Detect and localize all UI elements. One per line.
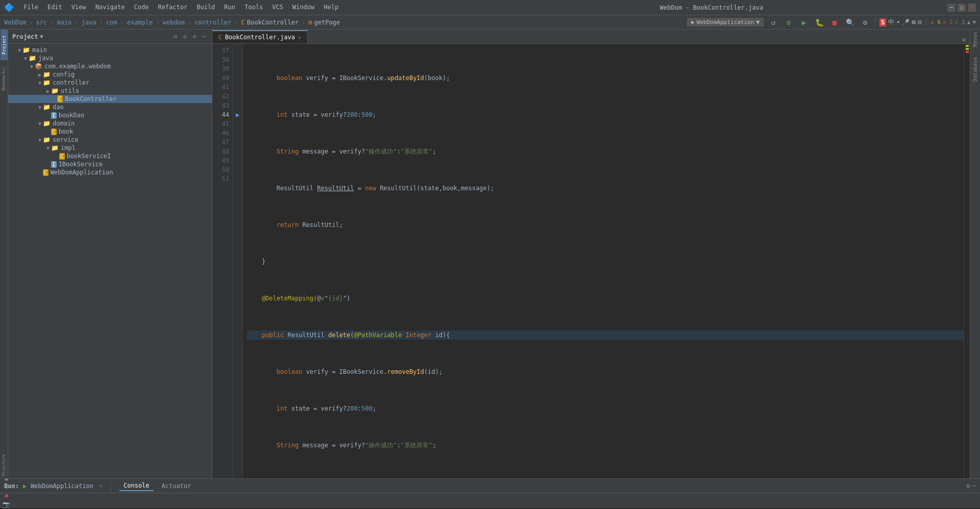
tree-label-book: book (59, 128, 74, 135)
tree-item-domain[interactable]: ▼ 📁 domain (8, 119, 212, 128)
search-button[interactable]: 🔍 (844, 17, 855, 28)
tab-label: BookController.java (225, 34, 295, 41)
menu-run[interactable]: Run (220, 3, 239, 12)
menu-build[interactable]: Build (192, 3, 219, 12)
close-run-tab[interactable]: ✕ (100, 483, 103, 489)
refresh-button[interactable]: ↺ (768, 17, 779, 28)
more-tabs-icon[interactable]: ≡ (962, 36, 966, 43)
line-num-49: 49 (212, 156, 232, 165)
ime-lang[interactable]: 中 (888, 18, 894, 27)
menu-edit[interactable]: Edit (43, 3, 66, 12)
tab-actuator[interactable]: Actuator (158, 481, 195, 491)
run-config-dropdown[interactable]: ▶ WebDomApplication ▼ (687, 18, 764, 27)
breadcrumb-src[interactable]: src (36, 19, 47, 26)
maven-panel-button[interactable]: Maven Database (970, 30, 980, 478)
project-panel-arrow[interactable]: ▼ (40, 34, 43, 39)
breadcrumb-webdom2[interactable]: webdom (163, 19, 185, 26)
stop-button[interactable]: ■ (829, 17, 840, 28)
ime-table[interactable]: ⊞ (912, 18, 916, 26)
tree-item-utils[interactable]: ▶ 📁 utils (8, 87, 212, 95)
project-panel-title: Project (12, 33, 38, 40)
ime-grid[interactable]: ⊟ (918, 18, 922, 26)
tree-item-webdomapp[interactable]: C WebDomApplication (8, 168, 212, 176)
minimize-panel-icon[interactable]: ─ (200, 32, 208, 41)
build-button[interactable]: ⚙ (783, 17, 794, 28)
settings-button[interactable]: ⚙ (860, 17, 871, 28)
project-panel-header: Project ▼ ⊟ ◎ ⚙ ─ (8, 30, 212, 44)
code-line-42: } (247, 257, 964, 266)
console-toolbar: ▶ ▲ ▼ ■ 📷 ≡ 🖨 🗑 (0, 493, 980, 507)
code-line-48: ResultUtil ResultUtil = new ResultUtil(s… (247, 477, 964, 478)
tree-item-java[interactable]: ▼ 📁 java (8, 54, 212, 62)
expand-arrow: ▼ (22, 56, 29, 61)
locate-icon[interactable]: ◎ (181, 32, 189, 41)
menu-vcs[interactable]: VCS (268, 3, 287, 12)
debug-button[interactable]: 🐛 (814, 17, 825, 28)
tree-item-dao[interactable]: ▼ 📁 dao (8, 103, 212, 111)
bookmarks-button[interactable]: Bookmarks (1, 69, 8, 90)
tree-item-bookservicei[interactable]: C bookServiceI (8, 152, 212, 160)
error-count[interactable]: ⊘ 1 (943, 19, 953, 26)
tree-item-bookcontroller[interactable]: C BookController (8, 95, 212, 103)
close-button[interactable]: ✕ (968, 4, 976, 12)
tree-item-main[interactable]: ▼ 📁 main (8, 46, 212, 54)
tree-item-ibookservice[interactable]: I IBookService (8, 160, 212, 168)
project-tool-button[interactable]: Project (1, 30, 8, 60)
gear-icon[interactable]: ⚙ (191, 32, 199, 41)
minimize-bottom-icon[interactable]: ─ (972, 482, 976, 490)
gutter-44[interactable]: ▶ (233, 110, 242, 119)
breadcrumb-getpage[interactable]: getPage (314, 19, 340, 26)
menu-view[interactable]: View (67, 3, 90, 12)
warning-count[interactable]: ⚠ 6 (930, 19, 941, 26)
line-num-43: 43 (212, 101, 232, 110)
settings-icon[interactable]: ⚙ (967, 482, 970, 490)
tree-item-book[interactable]: C book (8, 128, 212, 136)
breadcrumb-bookcontroller[interactable]: BookController (247, 19, 299, 26)
breadcrumb-controller[interactable]: controller (194, 19, 231, 26)
gutter-48 (233, 147, 242, 156)
ime-dot[interactable]: • (896, 19, 900, 26)
tree-label-bookdao: bookDao (59, 112, 85, 119)
menu-code[interactable]: Code (130, 3, 153, 12)
stop-button[interactable]: ■ (2, 492, 11, 500)
breadcrumb-java[interactable]: java (82, 19, 96, 26)
run-button[interactable]: ▶ (798, 17, 810, 28)
tree-item-service[interactable]: ▼ 📁 service (8, 136, 212, 144)
scroll-down[interactable]: ▼ (972, 19, 976, 26)
menu-tools[interactable]: Tools (240, 3, 267, 12)
tree-item-controller[interactable]: ▼ 📁 controller (8, 79, 212, 87)
tree-item-impl[interactable]: ▼ 📁 impl (8, 144, 212, 152)
tab-console[interactable]: Console (119, 481, 154, 491)
menu-refactor[interactable]: Refactor (154, 3, 191, 12)
ime-mic[interactable]: 🎤 (902, 19, 910, 26)
warning-mark (966, 45, 969, 47)
collapse-all-icon[interactable]: ⊟ (172, 32, 180, 41)
tree-item-package[interactable]: ▼ 📦 com.example.webdom (8, 62, 212, 70)
menu-window[interactable]: Window (288, 3, 318, 12)
run-line-icon[interactable]: ▶ (236, 111, 239, 118)
menu-file[interactable]: File (19, 3, 42, 12)
breadcrumb-com[interactable]: com (106, 19, 117, 26)
structure-button[interactable]: Structure (1, 453, 8, 478)
scroll-up[interactable]: ▲ (967, 19, 971, 26)
code-editor[interactable]: boolean verify = IBookService.updateById… (243, 44, 964, 478)
tree-item-bookdao[interactable]: I bookDao (8, 111, 212, 119)
line-num-42: 42 (212, 92, 232, 101)
tree-item-config[interactable]: ▶ 📁 config (8, 70, 212, 79)
tab-close-icon[interactable]: ✕ (298, 35, 301, 40)
run-app-name[interactable]: WebDomApplication (31, 482, 93, 490)
scroll-down-btn[interactable]: ▼ (2, 483, 11, 491)
divider (1, 60, 8, 67)
tab-bookcontroller[interactable]: C BookController.java ✕ (212, 30, 308, 43)
menu-navigate[interactable]: Navigate (91, 3, 129, 12)
breadcrumb-example[interactable]: example (127, 19, 153, 26)
line-num-47: 47 (212, 138, 232, 147)
maximize-button[interactable]: □ (958, 4, 966, 12)
breadcrumb-main[interactable]: main (57, 19, 72, 26)
breadcrumb-webdom[interactable]: WebDom (4, 19, 26, 26)
tree-label-service: service (53, 136, 79, 143)
menu-help[interactable]: Help (320, 3, 342, 12)
ok-count[interactable]: ✓ 1 (955, 19, 965, 26)
minimize-button[interactable]: ─ (947, 4, 955, 12)
code-line-38: int state = verify?200:500; (247, 110, 964, 119)
